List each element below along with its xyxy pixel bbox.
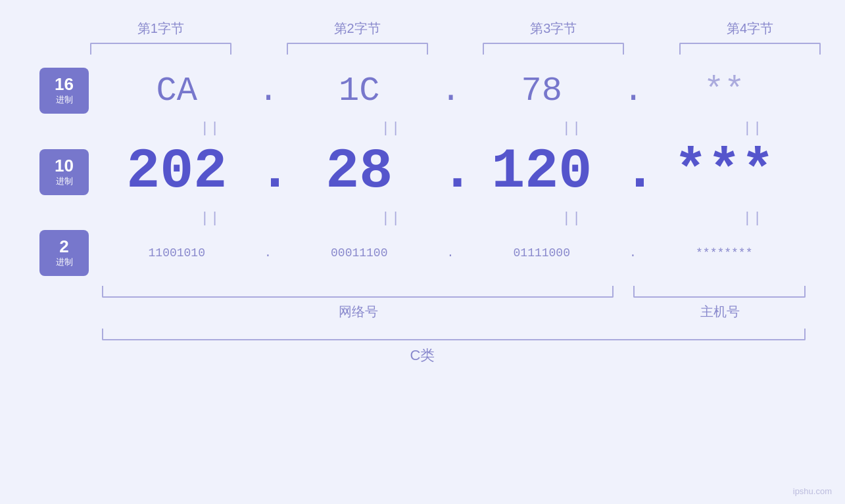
eq1-b1: ||	[130, 120, 291, 137]
hex-dot2: .	[441, 72, 460, 110]
hex-dot3: .	[623, 72, 643, 110]
host-label: 主机号	[635, 303, 806, 321]
byte1-bracket-top	[90, 43, 231, 55]
bin-dot2: .	[441, 246, 460, 260]
dec-b1: 202	[95, 140, 258, 204]
eq2-b3: ||	[492, 210, 653, 227]
bin-b2: 00011100	[278, 246, 441, 260]
equals-row-1: || || || ||	[68, 117, 834, 140]
net-bracket	[102, 286, 614, 298]
dec-b4: ***	[643, 140, 806, 204]
byte2-bracket-top	[287, 43, 428, 55]
byte3-col-header: 第3字节	[466, 20, 642, 55]
hex-cells: CA . 1C . 78 . **	[95, 72, 806, 110]
dec-dot3: .	[623, 140, 643, 204]
watermark: ipshu.com	[793, 486, 832, 496]
dec-row: 10 进制 202 . 28 . 120 . ***	[39, 140, 806, 204]
net-label: 网络号	[102, 303, 615, 321]
eq1-cells: || || || ||	[130, 117, 834, 140]
hex-b3: 78	[460, 72, 623, 110]
dec-b3: 120	[460, 140, 623, 204]
dec-b2: 28	[278, 140, 441, 204]
bottom-section: 网络号 主机号 C类	[39, 286, 806, 365]
bin-dot3: .	[623, 246, 643, 260]
byte4-bracket-top	[679, 43, 821, 55]
dec-badge: 10 进制	[39, 149, 89, 195]
bin-base-label: 进制	[56, 256, 73, 268]
bin-b3: 01111000	[460, 246, 623, 260]
bin-row: 2 进制 11001010 . 00011100 . 01111000 . **…	[39, 230, 806, 276]
class-label-row: C类	[39, 346, 806, 365]
hex-base-label: 进制	[56, 94, 73, 106]
hex-row: 16 进制 CA . 1C . 78 . **	[39, 68, 806, 114]
bin-b1: 11001010	[95, 246, 258, 260]
bin-cells: 11001010 . 00011100 . 01111000 . *******…	[95, 246, 806, 260]
dec-dot2: .	[441, 140, 460, 204]
eq1-b3: ||	[492, 120, 653, 137]
net-host-brackets-row	[39, 286, 806, 298]
net-host-labels-row: 网络号 主机号	[39, 303, 806, 321]
hex-b2: 1C	[278, 72, 441, 110]
bin-badge: 2 进制	[39, 230, 89, 276]
dec-base-label: 进制	[56, 175, 73, 187]
bin-base-num: 2	[59, 238, 68, 255]
main-container: 第1字节 第2字节 第3字节 第4字节 16 进制 CA . 1C . 7	[0, 0, 845, 504]
hex-b1: CA	[95, 72, 258, 110]
dec-base-num: 10	[55, 157, 74, 174]
bin-dot1: .	[258, 246, 278, 260]
byte3-label: 第3字节	[530, 20, 577, 37]
eq2-b4: ||	[673, 210, 834, 227]
hex-dot1: .	[258, 72, 278, 110]
byte-labels-row: 第1字节 第2字节 第3字节 第4字节	[72, 20, 838, 55]
byte1-label: 第1字节	[137, 20, 184, 37]
byte3-bracket-top	[483, 43, 624, 55]
dec-cells: 202 . 28 . 120 . ***	[95, 140, 806, 204]
eq2-b2: ||	[311, 210, 472, 227]
bin-b4: ********	[643, 246, 806, 260]
eq1-b2: ||	[311, 120, 472, 137]
byte4-label: 第4字节	[727, 20, 773, 37]
eq2-cells: || || || ||	[130, 207, 834, 230]
byte2-label: 第2字节	[334, 20, 381, 37]
eq1-b4: ||	[673, 120, 834, 137]
host-bracket	[633, 286, 806, 298]
class-bracket	[102, 329, 806, 340]
hex-badge: 16 进制	[39, 68, 89, 114]
class-label: C类	[410, 347, 435, 363]
hex-base-num: 16	[55, 76, 74, 93]
equals-row-2: || || || ||	[68, 207, 834, 230]
eq2-b1: ||	[130, 210, 291, 227]
dec-dot1: .	[258, 140, 278, 204]
byte2-col-header: 第2字节	[269, 20, 446, 55]
byte1-col-header: 第1字节	[72, 20, 249, 55]
class-bracket-row	[39, 329, 806, 340]
byte4-col-header: 第4字节	[662, 20, 838, 55]
hex-b4: **	[643, 72, 806, 110]
